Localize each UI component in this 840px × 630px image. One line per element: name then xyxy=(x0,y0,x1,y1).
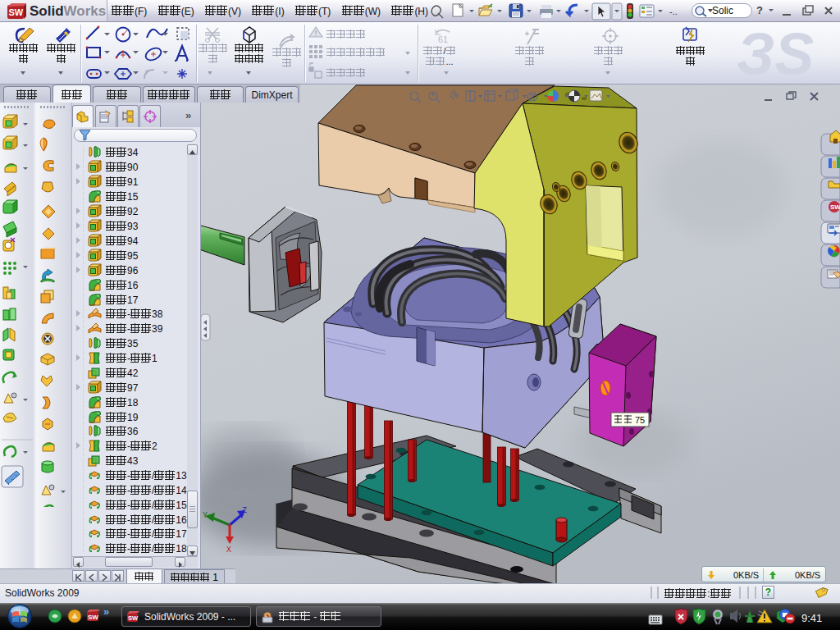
svg-text:-..: -.. xyxy=(669,7,678,16)
svg-text:SW: SW xyxy=(128,614,139,622)
svg-text:75: 75 xyxy=(635,415,645,425)
svg-text:SW: SW xyxy=(830,203,840,211)
svg-text:X: X xyxy=(226,546,231,555)
svg-text:SW: SW xyxy=(88,614,98,621)
svg-text:Y: Y xyxy=(203,511,208,520)
svg-text:61: 61 xyxy=(438,34,448,44)
svg-text:Z: Z xyxy=(242,506,247,515)
svg-text:SW: SW xyxy=(9,7,24,17)
